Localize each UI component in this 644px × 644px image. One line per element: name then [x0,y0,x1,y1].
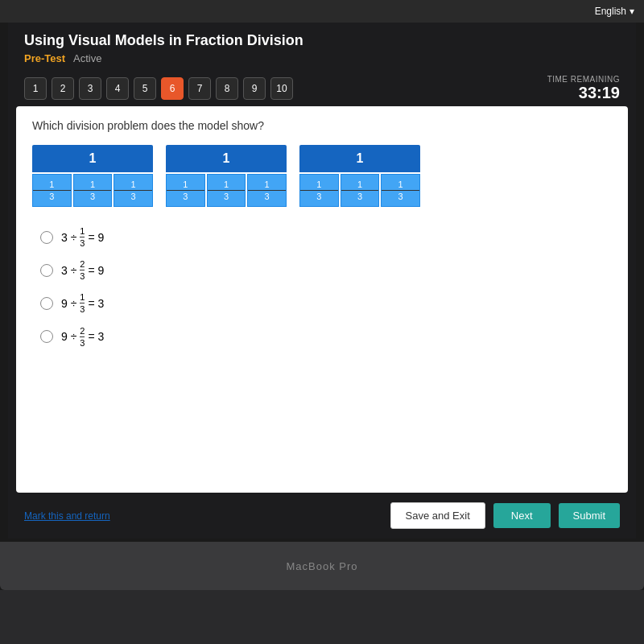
third-1-3: 1 3 [114,174,153,207]
whole-block-2: 1 [166,145,287,172]
pretest-label: Pre-Test [24,52,65,64]
third-row-2: 1 3 1 3 1 3 [166,174,287,207]
timer-value: 33:19 [547,84,620,102]
choice-a-text: 3 ÷ 13 = 9 [61,226,104,248]
laptop-bottom: MacBook Pro [0,542,644,590]
answer-choices: 3 ÷ 13 = 9 3 ÷ 23 = 9 9 ÷ 13 = 3 [32,226,612,348]
choice-b-text: 3 ÷ 23 = 9 [61,259,104,281]
app-header: Using Visual Models in Fraction Division… [8,23,636,71]
third-2-1: 1 3 [166,174,205,207]
whole-block-1: 1 [32,145,153,172]
radio-b[interactable] [40,264,53,277]
choice-b[interactable]: 3 ÷ 23 = 9 [40,259,612,281]
radio-d[interactable] [40,330,53,343]
radio-c[interactable] [40,297,53,310]
q-num-4[interactable]: 4 [106,77,129,100]
status-badge: Active [73,52,101,64]
top-bar: English ▾ [0,0,644,23]
q-num-3[interactable]: 3 [79,77,101,100]
third-1-2: 1 3 [73,174,113,207]
fraction-model-1: 1 1 3 1 3 1 3 [32,145,153,207]
keyboard-area [0,590,644,644]
third-3-1: 1 3 [299,174,339,207]
app-subtitle: Pre-Test Active [24,52,620,64]
q-num-2[interactable]: 2 [52,77,74,100]
action-row: Mark this and return Save and Exit Next … [8,493,636,539]
q-num-8[interactable]: 8 [216,77,238,100]
timer-block: TIME REMAINING 33:19 [547,75,620,102]
fraction-models: 1 1 3 1 3 1 3 [32,145,612,207]
third-1-1: 1 3 [32,174,72,207]
third-2-2: 1 3 [207,174,246,207]
language-selector[interactable]: English ▾ [595,6,634,17]
question-text: Which division problem does the model sh… [32,119,612,132]
language-label: English [595,6,626,17]
fraction-model-3: 1 1 3 1 3 1 3 [299,145,420,207]
choice-c[interactable]: 9 ÷ 13 = 3 [40,292,612,314]
choice-a[interactable]: 3 ÷ 13 = 9 [40,226,612,248]
dropdown-icon: ▾ [630,6,634,17]
q-num-5[interactable]: 5 [134,77,156,100]
third-row-3: 1 3 1 3 1 3 [299,174,420,207]
radio-a[interactable] [40,231,53,244]
q-num-9[interactable]: 9 [243,77,266,100]
choice-d[interactable]: 9 ÷ 23 = 3 [40,326,612,348]
macbook-label: MacBook Pro [286,560,357,572]
third-3-3: 1 3 [381,174,420,207]
question-card: Which division problem does the model sh… [16,106,628,493]
next-button[interactable]: Next [493,503,551,528]
page-title: Using Visual Models in Fraction Division [24,32,620,49]
question-nav: 1 2 3 4 5 6 7 8 9 10 TIME REMAINING 33:1… [8,71,636,106]
choice-c-text: 9 ÷ 13 = 3 [61,292,104,314]
mark-return-link[interactable]: Mark this and return [24,510,110,522]
q-num-1[interactable]: 1 [24,77,47,100]
save-exit-button[interactable]: Save and Exit [390,502,485,529]
choice-d-text: 9 ÷ 23 = 3 [61,326,104,348]
timer-label: TIME REMAINING [547,75,620,84]
q-num-7[interactable]: 7 [188,77,211,100]
submit-button[interactable]: Submit [559,503,620,528]
screen: Using Visual Models in Fraction Division… [8,23,636,539]
third-2-3: 1 3 [247,174,287,207]
q-num-6[interactable]: 6 [161,77,184,100]
fraction-model-2: 1 1 3 1 3 1 3 [166,145,287,207]
third-3-2: 1 3 [341,174,380,207]
q-num-10[interactable]: 10 [270,77,293,100]
whole-block-3: 1 [299,145,420,172]
third-row-1: 1 3 1 3 1 3 [32,174,153,207]
